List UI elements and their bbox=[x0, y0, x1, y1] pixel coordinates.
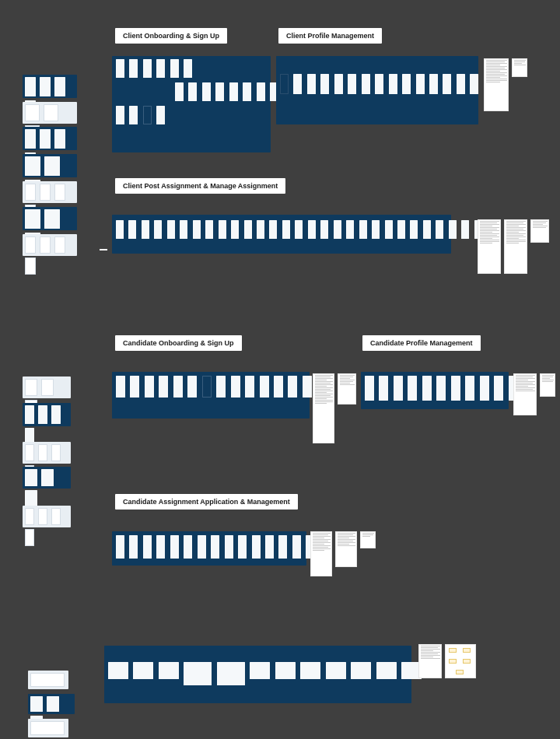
spec-doc[interactable] bbox=[540, 373, 555, 397]
spec-doc[interactable] bbox=[313, 373, 334, 443]
spec-doc[interactable] bbox=[512, 58, 527, 77]
nav-thumb-5[interactable] bbox=[23, 181, 77, 203]
flow-board-candidate-profile[interactable] bbox=[361, 372, 509, 409]
nav-thumb-7[interactable] bbox=[23, 234, 77, 256]
nav-thumb-9[interactable] bbox=[23, 403, 71, 426]
spec-doc[interactable] bbox=[484, 58, 509, 111]
nav-thumb-3[interactable] bbox=[23, 127, 77, 150]
spec-doc[interactable] bbox=[418, 644, 442, 678]
nav-thumb-1[interactable] bbox=[23, 75, 77, 98]
flow-board-candidate-assignment[interactable] bbox=[112, 531, 306, 566]
section-label-candidate-profile: Candidate Profile Management bbox=[362, 335, 481, 351]
spec-doc[interactable] bbox=[335, 531, 357, 567]
spec-doc[interactable] bbox=[513, 373, 537, 415]
section-label-client-post-assignment: Client Post Assignment & Manage Assignme… bbox=[115, 178, 285, 194]
nav-thumb-6[interactable] bbox=[23, 207, 77, 230]
nav-thumb-12[interactable] bbox=[23, 506, 71, 527]
section-label-candidate-assignment: Candidate Assignment Application & Manag… bbox=[115, 494, 298, 510]
nav-thumb-4[interactable] bbox=[23, 154, 77, 177]
flow-board-candidate-onboarding[interactable] bbox=[112, 372, 310, 419]
spec-doc[interactable] bbox=[504, 219, 527, 274]
spec-doc[interactable] bbox=[530, 219, 549, 243]
spec-doc[interactable] bbox=[310, 531, 332, 576]
flow-board-client-post[interactable] bbox=[112, 215, 451, 254]
nav-thumb-14[interactable] bbox=[28, 694, 75, 714]
nav-thumb-8[interactable] bbox=[23, 377, 71, 398]
nav-thumb-11[interactable] bbox=[23, 467, 71, 489]
nav-thumb-10[interactable] bbox=[23, 442, 71, 464]
flow-board-client-onboarding[interactable] bbox=[112, 56, 271, 152]
nav-thumb-2[interactable] bbox=[23, 102, 77, 124]
section-label-client-profile: Client Profile Management bbox=[278, 28, 382, 44]
nav-thumb-13[interactable] bbox=[28, 671, 68, 689]
section-label-client-onboarding: Client Onboarding & Sign Up bbox=[115, 28, 227, 44]
flow-board-client-profile[interactable] bbox=[276, 56, 478, 124]
flow-board-dashboard[interactable] bbox=[104, 646, 411, 703]
annotation-mark bbox=[100, 249, 107, 250]
nav-thumb-15[interactable] bbox=[28, 719, 68, 737]
spec-doc[interactable] bbox=[360, 531, 376, 548]
spec-doc[interactable] bbox=[338, 373, 356, 405]
section-label-candidate-onboarding: Candidate Onboarding & Sign Up bbox=[115, 335, 242, 351]
spec-doc[interactable] bbox=[478, 219, 501, 274]
flow-diagram[interactable] bbox=[445, 644, 476, 678]
